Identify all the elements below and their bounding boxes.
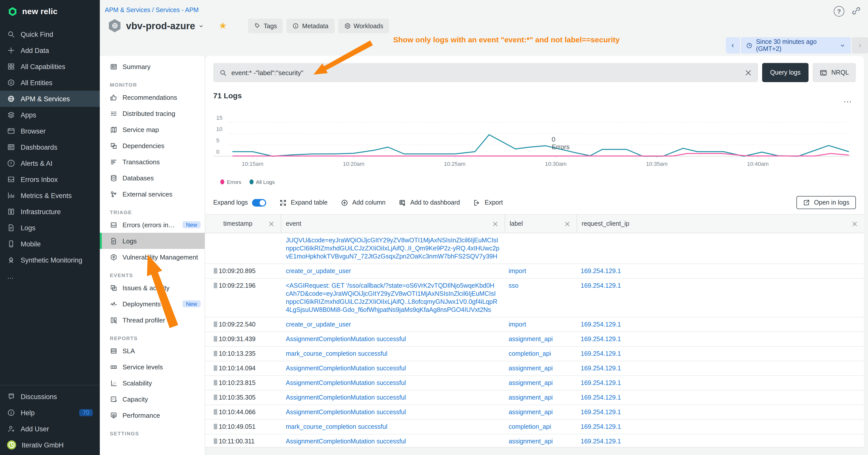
remove-column-icon[interactable] [492,221,498,227]
table-row[interactable]: 10:10:49.051mark_course_completion succe… [205,420,864,434]
subnav-item-sla[interactable]: SLA [100,343,205,359]
table-row[interactable]: 10:09:20.895create_or_update_userimport1… [205,264,864,279]
row-marker[interactable] [214,380,217,386]
table-row[interactable]: 10:10:14.094AssignmentCompletionMutation… [205,361,864,376]
remove-column-icon[interactable] [564,221,570,227]
entity-title[interactable]: vbv-prod-azure [126,21,205,32]
subnav-item-thread-profiler[interactable]: Thread profiler [100,312,205,328]
sidebar-item-metrics-events[interactable]: Metrics & Events [0,188,100,203]
cell-event[interactable]: AssignmentCompletionMutation successful [281,408,504,416]
row-marker[interactable] [214,268,217,273]
breadcrumb-services-apm[interactable]: Services - APM [156,6,199,13]
subnav-item-external-services[interactable]: External services [100,186,205,202]
subnav-item-databases[interactable]: Databases [100,170,205,186]
cell-event[interactable]: AssignmentCompletionMutation successful [281,335,504,343]
row-marker[interactable] [214,424,217,429]
table-row[interactable]: 10:09:31.439AssignmentCompletionMutation… [205,332,864,347]
cell-event[interactable]: create_or_update_user [281,321,504,328]
table-row[interactable]: 10:10:35.305AssignmentCompletionMutation… [205,390,864,405]
cell-label[interactable]: import [504,267,577,275]
cell-label[interactable]: sso [504,282,577,314]
row-marker[interactable] [214,365,217,371]
row-marker[interactable] [214,283,217,288]
column-header-request-client-ip[interactable]: request_client_ip [577,215,864,233]
column-header-label[interactable]: label [504,215,577,233]
sidebar-item-dashboards[interactable]: Dashboards [0,139,100,155]
tags-button[interactable]: Tags [248,19,283,33]
cell-event[interactable]: AssignmentCompletionMutation successful [281,379,504,387]
subnav-item-vulnerability-management[interactable]: Vulnerability Management [100,249,205,265]
sidebar-item-discussions[interactable]: Discussions [0,389,100,404]
subnav-item-performance[interactable]: Performance [100,407,205,423]
subnav-item-transactions[interactable]: Transactions [100,154,205,170]
cell-request-client-ip[interactable]: 169.254.129.1 [577,350,864,358]
cell-event[interactable]: AssignmentCompletionMutation successful [281,364,504,372]
cell-label[interactable]: assignment_api [504,393,577,401]
cell-event[interactable]: <ASGIRequest: GET '/sso/callback/?state=… [281,282,504,314]
metadata-button[interactable]: Metadata [286,19,335,33]
subnav-item-service-map[interactable]: Service map [100,122,205,137]
expand-table-button[interactable]: Expand table [279,199,328,206]
expand-logs-toggle[interactable]: Expand logs [213,199,266,206]
cell-event[interactable]: AssignmentCompletionMutation successful [281,437,504,446]
column-header-event[interactable]: event [281,215,504,233]
sidebar-item-apm-services[interactable]: APM & Services [0,91,100,107]
row-marker[interactable] [214,438,217,444]
cell-request-client-ip[interactable]: 169.254.129.1 [577,437,864,446]
subnav-item-capacity[interactable]: Capacity [100,391,205,407]
add-to-dashboard-button[interactable]: Add to dashboard [399,199,460,206]
subnav-item-errors-inbox[interactable]: Errors (errors inb...New [100,217,205,233]
table-row[interactable]: JUQVU&code=eyJraWQiOiJjcGItY29yZV8wOTI1M… [205,233,864,264]
cell-request-client-ip[interactable]: 169.254.129.1 [577,321,864,328]
time-back-button[interactable] [726,37,740,54]
subnav-item-scalability[interactable]: Scalability [100,375,205,391]
permalink-icon[interactable] [851,6,861,15]
query-logs-button[interactable]: Query logs [762,63,809,82]
cell-request-client-ip[interactable]: 169.254.129.1 [577,364,864,372]
log-query-input[interactable]: event:* -"label":"security" [213,63,758,82]
legend-all-logs[interactable]: All Logs [249,179,275,185]
cell-label[interactable]: assignment_api [504,408,577,416]
table-row[interactable]: 10:10:44.066AssignmentCompletionMutation… [205,405,864,420]
row-marker[interactable] [214,336,217,342]
table-row[interactable]: 10:10:23.815AssignmentCompletionMutation… [205,376,864,390]
sidebar-item-logs[interactable]: Logs [0,220,100,236]
cell-request-client-ip[interactable] [577,236,864,260]
subnav-item-recommendations[interactable]: Recommendations [100,89,205,105]
sidebar-item-add-data[interactable]: Add Data [0,42,100,59]
export-button[interactable]: Export [473,199,503,206]
clear-query-icon[interactable] [744,69,752,76]
cell-request-client-ip[interactable]: 169.254.129.1 [577,423,864,431]
subnav-item-summary[interactable]: Summary [100,59,205,74]
sidebar-item-help[interactable]: Help70 [0,404,100,421]
row-marker[interactable] [214,351,217,356]
time-forward-button[interactable] [852,37,868,54]
query-text[interactable]: event:* -"label":"security" [231,69,740,76]
row-marker[interactable] [214,322,217,327]
cell-request-client-ip[interactable]: 169.254.129.1 [577,379,864,387]
logo[interactable]: new relic [0,0,100,22]
logs-chart[interactable]: 05101510:15am10:20am10:25am10:30am10:35a… [213,107,856,171]
sidebar-item-synthetic-monitoring[interactable]: Synthetic Monitoring [0,252,100,268]
cell-event[interactable]: mark_course_completion successful [281,423,504,431]
subnav-item-service-levels[interactable]: Service levels [100,359,205,375]
sidebar-item-quick-find[interactable]: Quick Find [0,26,100,42]
nrql-button[interactable]: NRQL [813,63,856,82]
sidebar-item-errors-inbox[interactable]: Errors Inbox [0,171,100,188]
legend-errors[interactable]: Errors [220,179,241,185]
help-icon[interactable]: ? [834,6,844,17]
subnav-item-dependencies[interactable]: Dependencies [100,137,205,154]
cell-request-client-ip[interactable]: 169.254.129.1 [577,267,864,275]
sidebar-item-infrastructure[interactable]: Infrastructure [0,203,100,220]
breadcrumb-apm-services[interactable]: APM & Services [105,6,151,13]
cell-label[interactable]: import [504,321,577,328]
add-column-button[interactable]: Add column [341,199,385,206]
row-marker[interactable] [214,394,217,400]
cell-request-client-ip[interactable]: 169.254.129.1 [577,393,864,401]
subnav-item-distributed-tracing[interactable]: Distributed tracing [100,105,205,122]
sidebar-item-more[interactable]: … [0,268,100,284]
subnav-item-issues-activity[interactable]: Issues & activity [100,280,205,296]
subnav-item-logs[interactable]: Logs [100,233,205,249]
cell-request-client-ip[interactable]: 169.254.129.1 [577,335,864,343]
sidebar-item-browser[interactable]: Browser [0,123,100,139]
